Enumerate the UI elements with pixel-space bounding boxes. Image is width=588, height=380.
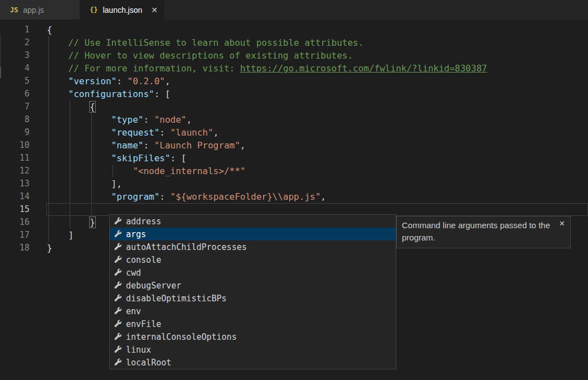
tab-label: launch.json xyxy=(103,6,142,15)
code-line[interactable]: 14 "program": "${workspaceFolder}\\app.j… xyxy=(0,190,588,203)
wrench-icon xyxy=(114,294,122,302)
editor-tab-bar: JS app.js {} launch.json ✕ xyxy=(0,0,588,20)
suggestion-label: localRoot xyxy=(126,358,171,368)
suggestion-label: linux xyxy=(126,345,151,355)
line-number[interactable]: 4 xyxy=(0,62,30,75)
suggestion-item[interactable]: linux xyxy=(110,343,396,356)
wrench-icon xyxy=(114,268,122,277)
suggestion-label: debugServer xyxy=(126,281,181,291)
code-line-content[interactable]: ] xyxy=(47,229,74,242)
suggestion-item[interactable]: address xyxy=(110,215,396,228)
json-file-icon: {} xyxy=(90,6,98,14)
code-line[interactable]: 4 // For more information, visit: https:… xyxy=(0,62,588,75)
suggestion-label: disableOptimisticBPs xyxy=(126,294,227,304)
code-editor[interactable]: 1{2 // Use IntelliSense to learn about p… xyxy=(0,20,588,380)
suggestion-item[interactable]: disableOptimisticBPs xyxy=(110,292,396,305)
close-doc-icon[interactable]: ✕ xyxy=(559,220,565,227)
javascript-file-icon: JS xyxy=(10,6,18,14)
wrench-icon xyxy=(114,358,122,367)
code-line-content[interactable]: { xyxy=(47,23,52,36)
code-line-content[interactable]: } xyxy=(47,242,52,254)
suggestion-item[interactable]: localRoot xyxy=(110,356,396,369)
tab-label: app.js xyxy=(23,6,43,15)
code-line[interactable]: 12 "<node_internals>/**" xyxy=(0,165,588,177)
line-number[interactable]: 13 xyxy=(0,177,30,190)
code-line-content[interactable]: // Hover to view descriptions of existin… xyxy=(47,49,353,62)
tab-launch-json[interactable]: {} launch.json ✕ xyxy=(80,0,164,20)
line-number[interactable]: 17 xyxy=(0,229,30,242)
code-line[interactable]: 9 "request": "launch", xyxy=(0,126,588,139)
line-number[interactable]: 9 xyxy=(0,126,30,139)
suggestion-label: cwd xyxy=(126,268,141,278)
line-number[interactable]: 18 xyxy=(0,242,30,254)
suggestion-label: env xyxy=(126,306,141,316)
code-line-content[interactable]: "skipFiles": [ xyxy=(47,152,186,165)
suggestion-label: console xyxy=(126,255,161,265)
code-line[interactable]: 5 "version": "0.2.0", xyxy=(0,75,588,88)
line-number[interactable]: 8 xyxy=(0,113,30,126)
code-line[interactable]: 2 // Use IntelliSense to learn about pos… xyxy=(0,36,588,49)
line-number[interactable]: 15 xyxy=(0,203,30,216)
code-line-content[interactable]: "program": "${workspaceFolder}\\app.js", xyxy=(47,190,326,203)
line-number[interactable]: 3 xyxy=(0,49,30,62)
suggestion-label: args xyxy=(126,229,146,239)
suggestion-label: autoAttachChildProcesses xyxy=(126,242,247,252)
line-number[interactable]: 5 xyxy=(0,75,30,88)
code-line-content[interactable]: "configurations": [ xyxy=(47,88,171,100)
wrench-icon xyxy=(114,256,122,264)
code-line[interactable]: 13 ], xyxy=(0,177,588,190)
code-line[interactable]: 7 { xyxy=(0,100,588,113)
wrench-icon xyxy=(114,230,122,238)
close-tab-icon[interactable]: ✕ xyxy=(151,6,158,14)
code-line-content[interactable]: ], xyxy=(47,177,122,190)
suggestion-item[interactable]: autoAttachChildProcesses xyxy=(110,240,396,253)
code-line-content[interactable]: "version": "0.2.0", xyxy=(47,75,171,88)
code-line-content[interactable]: "<node_internals>/**" xyxy=(47,165,245,177)
wrench-icon xyxy=(114,217,122,225)
suggestion-item[interactable]: internalConsoleOptions xyxy=(110,330,396,343)
code-line[interactable]: 6 "configurations": [ xyxy=(0,88,588,100)
code-line[interactable]: 3 // Hover to view descriptions of exist… xyxy=(0,49,588,62)
line-number[interactable]: 2 xyxy=(0,36,30,49)
line-number[interactable]: 11 xyxy=(0,152,30,165)
code-line[interactable]: 1{ xyxy=(0,23,588,36)
wrench-icon xyxy=(114,281,122,290)
suggestion-item[interactable]: args xyxy=(110,228,396,240)
code-line[interactable]: 11 "skipFiles": [ xyxy=(0,152,588,165)
matched-bracket: } xyxy=(90,217,95,228)
code-line-content[interactable]: // For more information, visit: https://… xyxy=(47,62,487,75)
line-number[interactable]: 16 xyxy=(0,216,30,229)
code-line[interactable]: 10 "name": "Launch Program", xyxy=(0,139,588,152)
suggestion-item[interactable]: env xyxy=(110,305,396,318)
doc-text: Command line arguments passed to the pro… xyxy=(402,220,550,242)
tab-app-js[interactable]: JS app.js xyxy=(0,0,80,20)
code-line[interactable]: 8 "type": "node", xyxy=(0,113,588,126)
suggestion-doc-popup: Command line arguments passed to the pro… xyxy=(396,216,571,248)
wrench-icon xyxy=(114,320,122,328)
suggestion-item[interactable]: envFile xyxy=(110,318,396,330)
code-line-content[interactable]: "type": "node", xyxy=(47,113,192,126)
suggestion-label: envFile xyxy=(126,319,161,329)
code-line-content[interactable]: { xyxy=(47,100,95,113)
line-number[interactable]: 6 xyxy=(0,88,30,100)
line-number[interactable]: 14 xyxy=(0,190,30,203)
code-line-content[interactable]: } xyxy=(47,216,95,229)
suggestion-label: address xyxy=(126,217,161,227)
suggestion-item[interactable]: console xyxy=(110,253,396,266)
line-number[interactable]: 10 xyxy=(0,139,30,152)
intellisense-suggest-widget: addressargsautoAttachChildProcessesconso… xyxy=(109,214,396,369)
suggestion-item[interactable]: cwd xyxy=(110,266,396,279)
line-number[interactable]: 12 xyxy=(0,165,30,177)
code-line-content[interactable]: "request": "launch", xyxy=(47,126,218,139)
wrench-icon xyxy=(114,333,122,341)
line-number[interactable]: 7 xyxy=(0,100,30,113)
line-number[interactable]: 1 xyxy=(0,23,30,36)
code-line-content[interactable]: // Use IntelliSense to learn about possi… xyxy=(47,36,363,49)
wrench-icon xyxy=(114,345,122,354)
suggestion-item[interactable]: debugServer xyxy=(110,279,396,292)
wrench-icon xyxy=(114,243,122,251)
wrench-icon xyxy=(114,307,122,315)
vscode-window: JS app.js {} launch.json ✕ 1{2 // Use In… xyxy=(0,0,588,380)
suggestion-label: internalConsoleOptions xyxy=(126,332,237,342)
code-line-content[interactable]: "name": "Launch Program", xyxy=(47,139,245,152)
